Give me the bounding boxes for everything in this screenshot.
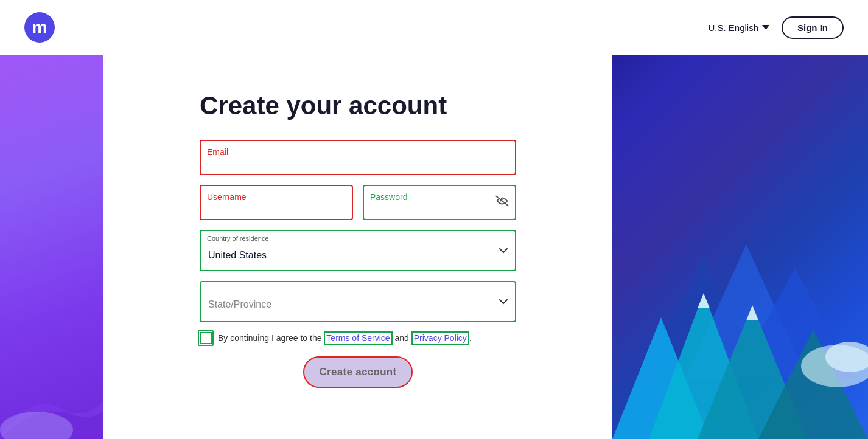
mountain-decoration xyxy=(612,196,868,439)
username-wrapper: Username xyxy=(200,185,353,220)
email-wrapper: Email xyxy=(200,140,516,175)
language-label: U.S. English xyxy=(708,22,758,33)
create-account-button[interactable]: Create account xyxy=(303,356,413,388)
svg-text:m: m xyxy=(32,18,47,36)
main-content: Create your account Email Username Passw… xyxy=(103,55,612,439)
bg-right xyxy=(612,0,868,439)
header: m U.S. English Sign In xyxy=(0,0,868,55)
password-input[interactable] xyxy=(363,185,516,220)
chevron-down-icon xyxy=(762,25,769,30)
state-select[interactable]: State/Province California New York Texas xyxy=(200,281,516,322)
terms-of-service-link[interactable]: Terms of Service xyxy=(324,331,392,345)
state-select-wrapper: State/Province California New York Texas xyxy=(200,281,516,322)
email-field-row: Email xyxy=(200,140,516,175)
username-input[interactable] xyxy=(200,185,353,220)
brand-logo: m xyxy=(24,12,55,43)
terms-checkbox-wrapper xyxy=(200,332,212,344)
terms-row: By continuing I agree to the Terms of Se… xyxy=(200,332,516,344)
logo: m xyxy=(24,12,55,43)
create-account-wrapper: Create account xyxy=(200,356,516,388)
privacy-policy-link[interactable]: Privacy Policy xyxy=(411,331,469,345)
terms-checkbox[interactable] xyxy=(200,332,212,344)
password-toggle-icon[interactable] xyxy=(495,196,509,210)
header-right: U.S. English Sign In xyxy=(708,16,844,39)
country-select-wrapper: Country of residence United States Unite… xyxy=(200,230,516,271)
sign-in-button[interactable]: Sign In xyxy=(782,16,844,39)
language-selector[interactable]: U.S. English xyxy=(708,22,769,33)
country-select[interactable]: United States United Kingdom Canada xyxy=(200,230,516,271)
password-wrapper: Password xyxy=(363,185,516,220)
username-password-row: Username Password xyxy=(200,185,516,220)
page-title: Create your account xyxy=(200,91,516,120)
bg-left xyxy=(0,0,103,439)
email-input[interactable] xyxy=(200,140,516,175)
form-container: Create your account Email Username Passw… xyxy=(200,91,516,388)
terms-text: By continuing I agree to the Terms of Se… xyxy=(218,333,472,343)
